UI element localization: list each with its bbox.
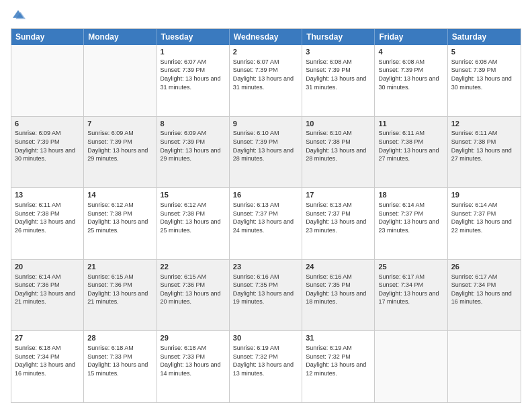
table-row: 22Sunrise: 6:15 AMSunset: 7:36 PMDayligh… (157, 260, 230, 331)
day-info: Sunrise: 6:14 AMSunset: 7:37 PMDaylight:… (451, 201, 517, 234)
day-info: Sunrise: 6:12 AMSunset: 7:38 PMDaylight:… (161, 201, 226, 234)
calendar-header-cell: Thursday (302, 29, 375, 45)
day-number: 31 (306, 333, 371, 343)
day-info: Sunrise: 6:14 AMSunset: 7:36 PMDaylight:… (15, 273, 80, 306)
table-row: 8Sunrise: 6:09 AMSunset: 7:39 PMDaylight… (157, 117, 230, 188)
day-info: Sunrise: 6:07 AMSunset: 7:39 PMDaylight:… (161, 58, 226, 91)
table-row: 7Sunrise: 6:09 AMSunset: 7:39 PMDaylight… (84, 117, 157, 188)
table-row: 19Sunrise: 6:14 AMSunset: 7:37 PMDayligh… (448, 188, 521, 259)
day-number: 17 (306, 190, 371, 200)
table-row: 21Sunrise: 6:15 AMSunset: 7:36 PMDayligh… (84, 260, 157, 331)
table-row: 27Sunrise: 6:18 AMSunset: 7:34 PMDayligh… (11, 331, 84, 402)
calendar-header-cell: Friday (375, 29, 447, 45)
table-row: 1Sunrise: 6:07 AMSunset: 7:39 PMDaylight… (157, 45, 230, 116)
day-info: Sunrise: 6:17 AMSunset: 7:34 PMDaylight:… (451, 273, 517, 306)
calendar-header-cell: Saturday (448, 29, 521, 45)
day-number: 12 (451, 119, 517, 129)
table-row: 5Sunrise: 6:08 AMSunset: 7:39 PMDaylight… (448, 45, 521, 116)
day-number: 27 (15, 333, 80, 343)
day-number: 14 (87, 190, 152, 200)
day-number: 8 (161, 119, 226, 129)
table-row: 9Sunrise: 6:10 AMSunset: 7:39 PMDaylight… (230, 117, 302, 188)
day-info: Sunrise: 6:14 AMSunset: 7:37 PMDaylight:… (378, 201, 443, 234)
table-row: 16Sunrise: 6:13 AMSunset: 7:37 PMDayligh… (230, 188, 302, 259)
calendar-row: 20Sunrise: 6:14 AMSunset: 7:36 PMDayligh… (11, 259, 521, 331)
day-number: 25 (378, 262, 443, 272)
day-number: 26 (451, 262, 517, 272)
day-number: 2 (233, 47, 298, 57)
day-info: Sunrise: 6:07 AMSunset: 7:39 PMDaylight:… (233, 58, 298, 91)
day-info: Sunrise: 6:18 AMSunset: 7:33 PMDaylight:… (87, 344, 152, 377)
day-number: 11 (378, 119, 443, 129)
logo (11, 8, 27, 23)
day-info: Sunrise: 6:16 AMSunset: 7:35 PMDaylight:… (306, 273, 371, 306)
day-info: Sunrise: 6:19 AMSunset: 7:32 PMDaylight:… (233, 344, 298, 377)
table-row (84, 45, 157, 116)
calendar-header-cell: Monday (84, 29, 157, 45)
table-row: 15Sunrise: 6:12 AMSunset: 7:38 PMDayligh… (157, 188, 230, 259)
logo-icon (11, 8, 26, 23)
table-row: 25Sunrise: 6:17 AMSunset: 7:34 PMDayligh… (375, 260, 447, 331)
table-row: 31Sunrise: 6:19 AMSunset: 7:32 PMDayligh… (302, 331, 375, 402)
day-number: 1 (161, 47, 226, 57)
day-info: Sunrise: 6:16 AMSunset: 7:35 PMDaylight:… (233, 273, 298, 306)
header (11, 8, 521, 23)
table-row: 14Sunrise: 6:12 AMSunset: 7:38 PMDayligh… (84, 188, 157, 259)
day-info: Sunrise: 6:08 AMSunset: 7:39 PMDaylight:… (378, 58, 443, 91)
calendar-header-cell: Wednesday (230, 29, 302, 45)
table-row (11, 45, 84, 116)
day-number: 7 (87, 119, 152, 129)
day-info: Sunrise: 6:15 AMSunset: 7:36 PMDaylight:… (87, 273, 152, 306)
table-row: 26Sunrise: 6:17 AMSunset: 7:34 PMDayligh… (448, 260, 521, 331)
table-row: 3Sunrise: 6:08 AMSunset: 7:39 PMDaylight… (302, 45, 375, 116)
day-number: 21 (87, 262, 152, 272)
day-info: Sunrise: 6:10 AMSunset: 7:39 PMDaylight:… (233, 129, 298, 163)
day-info: Sunrise: 6:19 AMSunset: 7:32 PMDaylight:… (306, 344, 371, 377)
day-number: 4 (378, 47, 443, 57)
day-info: Sunrise: 6:17 AMSunset: 7:34 PMDaylight:… (378, 273, 443, 306)
table-row: 24Sunrise: 6:16 AMSunset: 7:35 PMDayligh… (302, 260, 375, 331)
calendar-header-cell: Sunday (11, 29, 84, 45)
day-info: Sunrise: 6:09 AMSunset: 7:39 PMDaylight:… (161, 129, 226, 163)
day-number: 13 (15, 190, 80, 200)
day-number: 9 (233, 119, 298, 129)
day-info: Sunrise: 6:10 AMSunset: 7:38 PMDaylight:… (306, 129, 371, 163)
day-number: 22 (161, 262, 226, 272)
table-row: 13Sunrise: 6:11 AMSunset: 7:38 PMDayligh… (11, 188, 84, 259)
day-number: 20 (15, 262, 80, 272)
calendar-body: 1Sunrise: 6:07 AMSunset: 7:39 PMDaylight… (11, 45, 521, 402)
day-info: Sunrise: 6:09 AMSunset: 7:39 PMDaylight:… (87, 129, 152, 163)
day-number: 23 (233, 262, 298, 272)
table-row: 18Sunrise: 6:14 AMSunset: 7:37 PMDayligh… (375, 188, 447, 259)
calendar-row: 13Sunrise: 6:11 AMSunset: 7:38 PMDayligh… (11, 187, 521, 259)
day-info: Sunrise: 6:13 AMSunset: 7:37 PMDaylight:… (233, 201, 298, 234)
calendar-row: 1Sunrise: 6:07 AMSunset: 7:39 PMDaylight… (11, 45, 521, 116)
table-row: 30Sunrise: 6:19 AMSunset: 7:32 PMDayligh… (230, 331, 302, 402)
calendar: SundayMondayTuesdayWednesdayThursdayFrid… (11, 28, 521, 403)
day-info: Sunrise: 6:11 AMSunset: 7:38 PMDaylight:… (378, 129, 443, 163)
table-row: 6Sunrise: 6:09 AMSunset: 7:39 PMDaylight… (11, 117, 84, 188)
calendar-header-cell: Tuesday (157, 29, 230, 45)
table-row: 2Sunrise: 6:07 AMSunset: 7:39 PMDaylight… (230, 45, 302, 116)
table-row: 28Sunrise: 6:18 AMSunset: 7:33 PMDayligh… (84, 331, 157, 402)
table-row: 20Sunrise: 6:14 AMSunset: 7:36 PMDayligh… (11, 260, 84, 331)
day-info: Sunrise: 6:18 AMSunset: 7:33 PMDaylight:… (161, 344, 226, 377)
day-info: Sunrise: 6:09 AMSunset: 7:39 PMDaylight:… (15, 129, 80, 163)
table-row: 29Sunrise: 6:18 AMSunset: 7:33 PMDayligh… (157, 331, 230, 402)
day-number: 3 (306, 47, 371, 57)
day-number: 29 (161, 333, 226, 343)
calendar-header-row: SundayMondayTuesdayWednesdayThursdayFrid… (11, 29, 521, 45)
day-number: 24 (306, 262, 371, 272)
day-number: 19 (451, 190, 517, 200)
calendar-row: 6Sunrise: 6:09 AMSunset: 7:39 PMDaylight… (11, 116, 521, 188)
page: SundayMondayTuesdayWednesdayThursdayFrid… (0, 0, 532, 411)
day-number: 28 (87, 333, 152, 343)
day-number: 10 (306, 119, 371, 129)
day-info: Sunrise: 6:12 AMSunset: 7:38 PMDaylight:… (87, 201, 152, 234)
day-info: Sunrise: 6:11 AMSunset: 7:38 PMDaylight:… (451, 129, 517, 163)
day-number: 18 (378, 190, 443, 200)
table-row: 11Sunrise: 6:11 AMSunset: 7:38 PMDayligh… (375, 117, 447, 188)
day-info: Sunrise: 6:15 AMSunset: 7:36 PMDaylight:… (161, 273, 226, 306)
day-info: Sunrise: 6:13 AMSunset: 7:37 PMDaylight:… (306, 201, 371, 234)
table-row: 10Sunrise: 6:10 AMSunset: 7:38 PMDayligh… (302, 117, 375, 188)
